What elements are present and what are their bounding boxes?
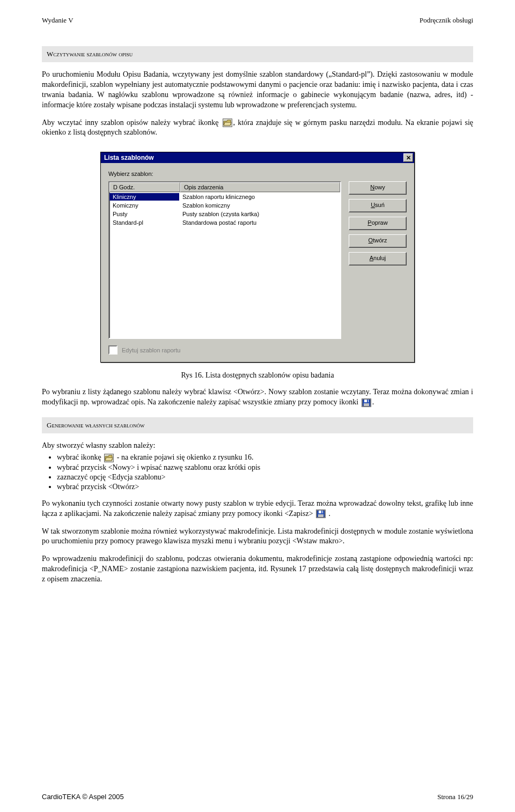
footer-right: Strona 16/29 bbox=[437, 793, 473, 801]
paragraph-6: W tak stworzonym szablonie można również… bbox=[42, 527, 473, 547]
edit-template-checkbox[interactable] bbox=[108, 345, 117, 355]
open-button[interactable]: Otwórz bbox=[349, 234, 407, 248]
col-header-2[interactable]: Opis zdarzenia bbox=[180, 182, 340, 192]
step-2: wybrać przycisk <Nowy> i wpisać nazwę sz… bbox=[57, 463, 473, 472]
paragraph-3: Po wybraniu z listy żądanego szablonu na… bbox=[42, 387, 473, 408]
dialog-prompt: Wybierz szablon: bbox=[108, 171, 407, 177]
delete-button-rest: suń bbox=[375, 202, 385, 208]
paragraph-2a: Aby wczytać inny szablon opisów należy w… bbox=[42, 119, 222, 127]
open-icon bbox=[104, 454, 114, 462]
header-left: Wydanie V bbox=[42, 16, 73, 25]
figure-caption: Rys 16. Lista dostępnych szablonów opisu… bbox=[42, 371, 473, 380]
list-cell: Standard-pl bbox=[109, 219, 179, 226]
new-button-rest: owy bbox=[374, 184, 385, 190]
step-4: wybrać przycisk <Otwórz> bbox=[57, 483, 473, 491]
list-cell: Pusty szablon (czysta kartka) bbox=[179, 210, 340, 218]
section-heading-2: Generowanie własnych szablonów bbox=[42, 417, 473, 433]
list-cell: Szablon komiczny bbox=[179, 202, 340, 209]
svg-rect-6 bbox=[321, 511, 322, 513]
delete-button[interactable]: Usuń bbox=[349, 199, 407, 212]
step-1: wybrać ikonkę - na ekranie pojawi się ok… bbox=[57, 453, 473, 462]
open-icon bbox=[223, 119, 232, 127]
list-item[interactable]: Standard-pl Standardowa postać raportu bbox=[109, 218, 340, 227]
save-icon bbox=[362, 398, 371, 407]
cancel-button-rest: nuluj bbox=[373, 255, 386, 261]
paragraph-2: Aby wczytać inny szablon opisów należy w… bbox=[42, 118, 473, 138]
list-item[interactable]: Komiczny Szablon komiczny bbox=[109, 201, 340, 210]
template-list-dialog: Lista szablonów ✕ Wybierz szablon: D God… bbox=[100, 152, 415, 363]
new-button[interactable]: Nowy bbox=[349, 181, 407, 195]
open-button-rest: twórz bbox=[373, 237, 387, 243]
paragraph-5b: . bbox=[327, 510, 330, 518]
step-3: zaznaczyć opcję <Edycja szablonu> bbox=[57, 473, 473, 482]
list-cell: Kliniczny bbox=[109, 193, 179, 201]
list-cell: Standardowa postać raportu bbox=[179, 219, 340, 226]
list-cell: Komiczny bbox=[109, 202, 179, 209]
col-header-1[interactable]: D Godz. bbox=[109, 182, 180, 192]
template-listbox[interactable]: D Godz. Opis zdarzenia Kliniczny Szablon… bbox=[108, 181, 341, 339]
edit-template-checkbox-label: Edytuj szablon raportu bbox=[122, 347, 407, 353]
list-item[interactable]: Pusty Pusty szablon (czysta kartka) bbox=[109, 210, 340, 218]
step-1a: wybrać ikonkę bbox=[57, 453, 103, 461]
paragraph-3-text: Po wybraniu z listy żądanego szablonu na… bbox=[42, 388, 473, 406]
list-header: D Godz. Opis zdarzenia bbox=[109, 182, 340, 193]
section-heading-1: Wczytywanie szablonów opisu bbox=[42, 46, 473, 62]
dialog-title: Lista szablonów bbox=[104, 154, 154, 161]
save-icon bbox=[316, 510, 326, 518]
svg-rect-3 bbox=[364, 403, 369, 406]
footer-left: CardioTEKA © Aspel 2005 bbox=[42, 793, 124, 801]
paragraph-5: Po wykonaniu tych czynności zostanie otw… bbox=[42, 499, 473, 519]
steps-list: wybrać ikonkę - na ekranie pojawi się ok… bbox=[57, 453, 473, 491]
step-1b: - na ekranie pojawi się okienko z rysunk… bbox=[115, 453, 253, 461]
paragraph-1: Po uruchomieniu Modułu Opisu Badania, wc… bbox=[42, 70, 473, 110]
paragraph-4: Aby stworzyć własny szablon należy: bbox=[42, 441, 473, 451]
list-item[interactable]: Kliniczny Szablon raportu klinicznego bbox=[109, 193, 340, 201]
header-right: Podręcznik obsługi bbox=[420, 16, 473, 25]
close-button[interactable]: ✕ bbox=[403, 153, 413, 162]
cancel-button[interactable]: Anuluj bbox=[349, 252, 407, 265]
svg-rect-2 bbox=[367, 400, 368, 402]
list-cell: Szablon raportu klinicznego bbox=[179, 193, 340, 201]
paragraph-5a: Po wykonaniu tych czynności zostanie otw… bbox=[42, 499, 473, 518]
paragraph-7: Po wprowadzeniu makrodefinicji do szablo… bbox=[42, 554, 473, 585]
list-cell: Pusty bbox=[109, 210, 179, 218]
edit-button[interactable]: Popraw bbox=[349, 217, 407, 230]
edit-button-rest: opraw bbox=[372, 219, 388, 226]
svg-rect-7 bbox=[318, 514, 323, 517]
dialog-titlebar: Lista szablonów ✕ bbox=[101, 152, 414, 163]
